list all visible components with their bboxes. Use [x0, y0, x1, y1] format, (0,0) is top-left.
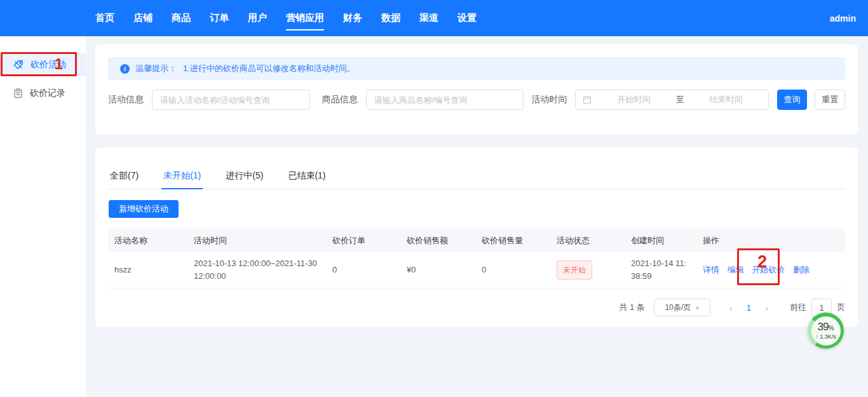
main-menu: 首页 店铺 商品 订单 用户 营销应用 财务 数据 渠道 设置 [86, 0, 486, 36]
network-speed-widget[interactable]: 39% ↑ 1.3K/s [808, 313, 844, 349]
sidebar: 砍价活动 砍价记录 [0, 36, 86, 397]
cell-activity-status: 未开始 [550, 252, 625, 288]
sidebar-item-label: 砍价记录 [30, 88, 65, 99]
cell-sales-amount: ¥0 [400, 252, 475, 288]
chevron-down-icon: ▾ [696, 304, 699, 311]
date-range-picker[interactable]: 开始时间 至 结束时间 [575, 90, 768, 110]
price-tag-icon [13, 60, 24, 70]
cell-sales-volume: 0 [475, 252, 550, 288]
col-bargain-orders: 砍价订单 [326, 229, 400, 252]
next-page-button[interactable]: › [757, 302, 776, 313]
tab-all[interactable]: 全部(7) [108, 163, 140, 189]
reset-button[interactable]: 重置 [815, 90, 845, 110]
start-bargain-link[interactable]: 开始砍价 [752, 265, 785, 274]
upload-speed: ↑ 1.3K/s [815, 333, 836, 340]
page-size-select[interactable]: 10条/页 ▾ [654, 299, 710, 316]
filter-card: i 温馨提示： 1.进行中的砍价商品可以修改名称和活动时间。 活动信息 商品信息… [95, 44, 858, 135]
cell-activity-name: hszz [108, 252, 187, 288]
col-sales-amount: 砍价销售额 [400, 229, 475, 252]
cell-created-time: 2021-10-14 11:38:59 [625, 252, 696, 288]
cell-activity-time: 2021-10-13 12:00:00~2021-11-30 12:00:00 [187, 252, 326, 288]
sidebar-item-bargain-activity[interactable]: 砍价活动 [0, 53, 86, 76]
tab-ended[interactable]: 已结束(1) [286, 163, 327, 189]
tip-text: 1.进行中的砍价商品可以修改名称和活动时间。 [183, 63, 355, 74]
start-time-placeholder[interactable]: 开始时间 [592, 94, 675, 105]
tip-prefix: 温馨提示： [135, 63, 177, 74]
col-actions: 操作 [696, 229, 845, 252]
page-size-value: 10条/页 [665, 302, 691, 313]
prev-page-button[interactable]: ‹ [722, 302, 740, 313]
col-activity-status: 活动状态 [550, 229, 625, 252]
product-search-input[interactable] [366, 90, 524, 110]
pagination: 共 1 条 10条/页 ▾ ‹ 1 › 前往 页 [619, 299, 845, 316]
table-row: hszz 2021-10-13 12:00:00~2021-11-30 12:0… [108, 252, 845, 288]
cell-actions: 详情 编辑 开始砍价 删除 [696, 252, 845, 288]
tab-in-progress[interactable]: 进行中(5) [224, 163, 265, 189]
col-activity-name: 活动名称 [108, 229, 187, 252]
total-count: 共 1 条 [619, 302, 644, 313]
top-nav: 首页 店铺 商品 订单 用户 营销应用 财务 数据 渠道 设置 admin [0, 0, 868, 36]
activity-table: 活动名称 活动时间 砍价订单 砍价销售额 砍价销售量 活动状态 创建时间 操作 … [108, 229, 845, 288]
date-range-separator: 至 [675, 94, 684, 105]
add-bargain-activity-button[interactable]: 新增砍价活动 [109, 200, 179, 218]
sidebar-item-bargain-records[interactable]: 砍价记录 [0, 82, 86, 105]
end-time-placeholder[interactable]: 结束时间 [684, 94, 768, 105]
speed-widget-face: 39% ↑ 1.3K/s [811, 316, 841, 346]
nav-item-users[interactable]: 用户 [238, 0, 276, 36]
nav-item-data[interactable]: 数据 [372, 0, 410, 36]
search-button[interactable]: 查询 [777, 90, 808, 110]
tab-not-started[interactable]: 未开始(1) [161, 163, 203, 189]
nav-item-shop[interactable]: 店铺 [124, 0, 162, 36]
up-arrow-icon: ↑ [815, 333, 818, 340]
page-unit-label: 页 [837, 302, 845, 313]
cell-bargain-orders: 0 [326, 252, 400, 288]
product-info-label: 商品信息 [322, 94, 358, 105]
col-created-time: 创建时间 [625, 229, 696, 252]
nav-item-marketing[interactable]: 营销应用 [276, 0, 334, 36]
info-icon: i [120, 64, 130, 74]
detail-link[interactable]: 详情 [703, 265, 719, 274]
current-page[interactable]: 1 [740, 303, 757, 313]
nav-item-goods[interactable]: 商品 [162, 0, 200, 36]
activity-search-input[interactable] [152, 90, 310, 110]
activity-info-label: 活动信息 [108, 94, 144, 105]
nav-item-orders[interactable]: 订单 [200, 0, 238, 36]
clipboard-icon [13, 88, 23, 98]
nav-item-finance[interactable]: 财务 [334, 0, 372, 36]
col-activity-time: 活动时间 [187, 229, 326, 252]
nav-item-settings[interactable]: 设置 [448, 0, 486, 36]
sidebar-item-label: 砍价活动 [31, 59, 66, 71]
delete-link[interactable]: 删除 [793, 265, 810, 274]
status-badge: 未开始 [557, 260, 592, 279]
activity-time-label: 活动时间 [531, 94, 567, 105]
filter-row: 活动信息 商品信息 活动时间 开始时间 至 结束时间 查询 重置 [108, 90, 845, 110]
nav-item-channel[interactable]: 渠道 [410, 0, 448, 36]
user-menu[interactable]: admin [830, 0, 856, 36]
edit-link[interactable]: 编辑 [728, 265, 744, 274]
nav-item-home[interactable]: 首页 [86, 0, 124, 36]
status-tabs: 全部(7) 未开始(1) 进行中(5) 已结束(1) [108, 163, 845, 189]
calendar-icon [583, 95, 592, 104]
tip-bar: i 温馨提示： 1.进行中的砍价商品可以修改名称和活动时间。 [108, 57, 845, 80]
table-header-row: 活动名称 活动时间 砍价订单 砍价销售额 砍价销售量 活动状态 创建时间 操作 [108, 229, 845, 252]
list-card: 全部(7) 未开始(1) 进行中(5) 已结束(1) 新增砍价活动 活动名称 活… [95, 147, 858, 327]
goto-label: 前往 [790, 302, 806, 313]
memory-percent: 39% [818, 322, 834, 333]
col-sales-volume: 砍价销售量 [475, 229, 550, 252]
